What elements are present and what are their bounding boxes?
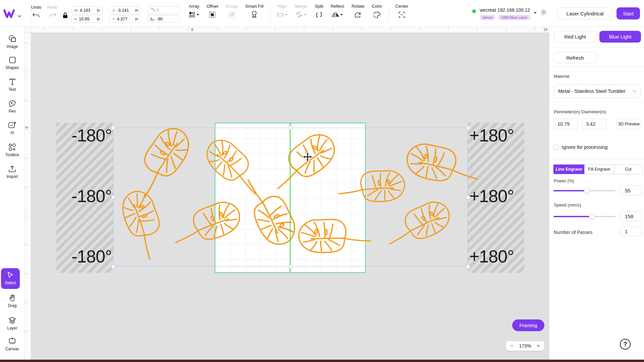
- x-position-field[interactable]: X -3.141 in: [110, 6, 141, 14]
- tool-reflect-button[interactable]: Reflect: [327, 4, 348, 18]
- corner-radius-icon: [150, 8, 155, 12]
- tool-label: Offset: [207, 4, 218, 9]
- blue-light-button[interactable]: Blue Light: [599, 31, 641, 43]
- selection-handle[interactable]: [111, 126, 115, 130]
- selection-handle[interactable]: [111, 265, 115, 268]
- h-ruler-label-0: 0: [191, 27, 193, 32]
- tool-offset-button[interactable]: Offset: [203, 4, 222, 18]
- sidebar-item-import[interactable]: Import: [0, 165, 24, 179]
- sidebar-item-toolbox[interactable]: Toolbox: [0, 143, 24, 157]
- power-slider[interactable]: [553, 188, 615, 193]
- split-icon: [315, 11, 323, 18]
- selection-handle[interactable]: [289, 265, 292, 268]
- device-badge: lumos: [480, 15, 495, 20]
- tool-smart-fill-button[interactable]: Smart Fill: [241, 4, 267, 18]
- wrap-angle-label-right: +180°: [469, 187, 514, 205]
- tab-fill-engrave[interactable]: Fill Engrave: [584, 165, 614, 174]
- help-button[interactable]: ?: [620, 339, 631, 350]
- speed-value: 158: [625, 214, 633, 219]
- tab-cut[interactable]: Cut: [614, 165, 642, 174]
- sidebar-mode-select[interactable]: Select: [1, 268, 20, 289]
- power-slider-thumb[interactable]: [584, 188, 590, 194]
- selection-handle[interactable]: [111, 195, 115, 199]
- 3d-preview-button[interactable]: 3D Preview: [616, 119, 642, 129]
- sidebar-mode-canvas[interactable]: Canvas: [0, 337, 24, 351]
- refresh-button[interactable]: Refresh: [554, 52, 596, 63]
- redo-button[interactable]: Redo: [43, 5, 62, 19]
- bottom-window-edge: [0, 360, 644, 362]
- width-field[interactable]: W 4.183 in: [71, 6, 103, 14]
- y-field-unit: in: [135, 17, 138, 21]
- tool-array-button[interactable]: Array: [185, 4, 203, 18]
- selection-bounding-box[interactable]: [113, 128, 468, 266]
- passes-input[interactable]: 1: [620, 227, 642, 236]
- device-chevron-down-icon[interactable]: [533, 9, 537, 15]
- diameter-input[interactable]: 3.42: [582, 119, 606, 129]
- material-dropdown[interactable]: Metal - Stainless Steel Tumbler: [554, 84, 641, 98]
- zoom-level[interactable]: 173%: [519, 343, 531, 349]
- selection-handle[interactable]: [466, 265, 470, 268]
- chevron-down-icon: [633, 90, 637, 93]
- divider: [389, 5, 389, 20]
- sidebar-mode-drag[interactable]: Drag: [0, 294, 24, 308]
- device-name[interactable]: wecreat 192.168.100.12: [480, 7, 530, 13]
- tab-line-engrave[interactable]: Line Engrave: [553, 165, 584, 174]
- rotation-angle-field[interactable]: -90: [148, 15, 180, 23]
- sidebar-mode-layer[interactable]: Layer: [0, 316, 24, 330]
- speed-input[interactable]: 158: [620, 211, 642, 221]
- selection-handle[interactable]: [466, 126, 470, 130]
- ignore-processing-label: Ignore for processing: [562, 144, 607, 150]
- tool-center-button[interactable]: Center: [392, 4, 412, 18]
- start-button[interactable]: Start: [616, 7, 640, 19]
- design-canvas[interactable]: 0 10 0 -180°+180°-180°+180°-180°+180°: [24, 27, 549, 360]
- lock-icon[interactable]: [63, 12, 68, 20]
- speed-slider-thumb[interactable]: [589, 214, 595, 220]
- device-badge: 10W Blue Laser: [498, 15, 530, 20]
- toolbox-icon: [0, 143, 24, 152]
- tool-rotate-button[interactable]: Rotate: [348, 4, 368, 18]
- divider: [549, 160, 644, 160]
- diameter-value: 3.42: [586, 121, 595, 127]
- chevron-down-icon[interactable]: [17, 13, 21, 19]
- sidebar-item-ai[interactable]: AIAI: [0, 121, 24, 135]
- tool-label: Color: [372, 4, 382, 9]
- power-input[interactable]: 55: [620, 185, 642, 195]
- sidebar-item-pen[interactable]: Pen: [0, 99, 24, 114]
- sidebar-item-label: Toolbox: [0, 153, 24, 157]
- zoom-out-button[interactable]: −: [509, 343, 515, 349]
- tool-color-button[interactable]: Color: [368, 4, 386, 18]
- laser-cylindrical-button[interactable]: Laser Cylindrical: [558, 7, 612, 19]
- redo-icon: [43, 13, 62, 19]
- settings-gear-icon[interactable]: [540, 9, 547, 17]
- divider: [270, 5, 270, 20]
- framing-button[interactable]: Framing: [512, 319, 544, 331]
- y-position-field[interactable]: Y 4.377 in: [110, 15, 141, 23]
- ignore-processing-checkbox[interactable]: [554, 145, 559, 150]
- pen-icon: [0, 99, 24, 108]
- undo-label: Undo: [31, 5, 41, 10]
- zoom-in-button[interactable]: +: [536, 343, 541, 349]
- import-icon: [0, 165, 24, 173]
- speed-slider-fill: [553, 216, 592, 217]
- selection-handle[interactable]: [289, 126, 292, 130]
- perimeter-input[interactable]: 10.75: [554, 119, 578, 129]
- sidebar-item-shapes[interactable]: Shapes: [0, 56, 24, 70]
- angle-value: -90: [157, 17, 177, 21]
- power-value: 55: [625, 188, 631, 193]
- sidebar-item-text[interactable]: Text: [0, 77, 24, 92]
- toolbar-tools: ArrayOffsetGroupSmart FillAlignMergeSpli…: [185, 4, 412, 23]
- wrap-angle-label-left: -180°: [56, 248, 112, 265]
- height-field-value: 10.85: [79, 17, 97, 21]
- angle-icon: [150, 17, 155, 21]
- app-logo-icon[interactable]: [3, 9, 15, 19]
- v-ruler-label-0: 0: [24, 126, 29, 128]
- sidebar-mode-label: Layer: [0, 326, 24, 330]
- corner-radius-field[interactable]: 0: [148, 6, 180, 14]
- red-light-button[interactable]: Red Light: [554, 31, 596, 43]
- selection-handle[interactable]: [466, 195, 470, 199]
- power-label: Power (%): [554, 178, 574, 183]
- height-field[interactable]: H 10.85 in: [71, 15, 103, 23]
- sidebar-item-image[interactable]: Image: [0, 35, 24, 49]
- speed-slider[interactable]: [553, 214, 615, 219]
- tool-split-button[interactable]: Split: [311, 4, 327, 18]
